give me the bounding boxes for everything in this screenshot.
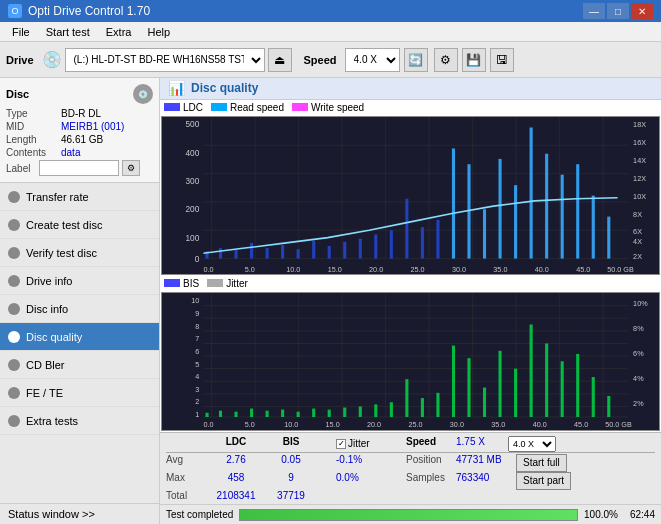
svg-text:4: 4 bbox=[195, 372, 199, 381]
ldc-legend-label: LDC bbox=[183, 102, 203, 113]
svg-rect-36 bbox=[514, 185, 517, 258]
max-bis: 9 bbox=[266, 472, 316, 490]
label-text: Label bbox=[6, 163, 36, 174]
svg-rect-91 bbox=[219, 411, 222, 417]
svg-rect-116 bbox=[607, 396, 610, 417]
svg-text:400: 400 bbox=[185, 147, 199, 157]
svg-text:500: 500 bbox=[185, 119, 199, 129]
nav-fe-te[interactable]: FE / TE bbox=[0, 379, 159, 407]
disc-panel-title: Disc bbox=[6, 88, 29, 100]
close-button[interactable]: ✕ bbox=[631, 3, 653, 19]
svg-rect-99 bbox=[343, 407, 346, 416]
nav-drive-info[interactable]: Drive info bbox=[0, 267, 159, 295]
avg-bis: 0.05 bbox=[266, 454, 316, 472]
nav-verify-test-disc-label: Verify test disc bbox=[26, 247, 97, 259]
refresh-button[interactable]: 🔄 bbox=[404, 48, 428, 72]
menu-extra[interactable]: Extra bbox=[98, 24, 140, 40]
progress-label: 100.0% bbox=[584, 509, 618, 520]
nav-disc-quality-label: Disc quality bbox=[26, 331, 82, 343]
max-ldc: 458 bbox=[206, 472, 266, 490]
start-part-button[interactable]: Start part bbox=[516, 472, 571, 490]
menu-file[interactable]: File bbox=[4, 24, 38, 40]
svg-text:0.0: 0.0 bbox=[203, 265, 213, 274]
svg-text:10.0: 10.0 bbox=[286, 265, 300, 274]
svg-text:10: 10 bbox=[191, 296, 199, 305]
minimize-button[interactable]: — bbox=[583, 3, 605, 19]
svg-rect-18 bbox=[234, 250, 237, 258]
svg-rect-22 bbox=[297, 249, 300, 258]
svg-rect-26 bbox=[359, 238, 362, 258]
total-bis: 37719 bbox=[266, 490, 316, 501]
nav-disc-info[interactable]: Disc info bbox=[0, 295, 159, 323]
transfer-rate-icon bbox=[8, 191, 20, 203]
nav-disc-quality[interactable]: Disc quality bbox=[0, 323, 159, 351]
speed-value: 1.75 X bbox=[456, 436, 485, 447]
type-label: Type bbox=[6, 108, 61, 119]
label-button[interactable]: ⚙ bbox=[122, 160, 140, 176]
svg-rect-115 bbox=[592, 377, 595, 417]
burn-button[interactable]: 💾 bbox=[462, 48, 486, 72]
svg-text:9: 9 bbox=[195, 309, 199, 318]
nav-cd-bler[interactable]: CD Bler bbox=[0, 351, 159, 379]
svg-rect-100 bbox=[359, 406, 362, 417]
svg-rect-107 bbox=[467, 358, 470, 417]
svg-rect-17 bbox=[219, 248, 222, 258]
svg-text:40.0: 40.0 bbox=[535, 265, 549, 274]
nav-create-test-disc[interactable]: Create test disc bbox=[0, 211, 159, 239]
svg-text:4X: 4X bbox=[633, 236, 642, 245]
status-window-label: Status window >> bbox=[8, 508, 95, 520]
jitter-checkbox[interactable]: ✓ bbox=[336, 439, 346, 449]
maximize-button[interactable]: □ bbox=[607, 3, 629, 19]
svg-text:30.0: 30.0 bbox=[450, 420, 464, 429]
save-button[interactable]: 🖫 bbox=[490, 48, 514, 72]
speed-select[interactable]: 4.0 X bbox=[345, 48, 400, 72]
svg-text:30.0: 30.0 bbox=[452, 265, 466, 274]
nav-fe-te-label: FE / TE bbox=[26, 387, 63, 399]
svg-rect-21 bbox=[281, 245, 284, 259]
svg-rect-24 bbox=[328, 246, 331, 259]
nav-transfer-rate[interactable]: Transfer rate bbox=[0, 183, 159, 211]
nav-verify-test-disc[interactable]: Verify test disc bbox=[0, 239, 159, 267]
toolbar: Drive 💿 (L:) HL-DT-ST BD-RE WH16NS58 TST… bbox=[0, 42, 661, 78]
svg-rect-94 bbox=[266, 411, 269, 417]
nav-cd-bler-label: CD Bler bbox=[26, 359, 65, 371]
verify-test-disc-icon bbox=[8, 247, 20, 259]
max-row: Max 458 9 0.0% Samples 763340 Start part bbox=[166, 472, 655, 490]
main-layout: Disc 💿 Type BD-R DL MID MEIRB1 (001) Len… bbox=[0, 78, 661, 524]
disc-quality-header: 📊 Disc quality bbox=[160, 78, 661, 100]
write-speed-legend-color bbox=[292, 103, 308, 111]
settings-button[interactable]: ⚙ bbox=[434, 48, 458, 72]
svg-text:0.0: 0.0 bbox=[203, 420, 213, 429]
svg-text:2: 2 bbox=[195, 397, 199, 406]
svg-text:25.0: 25.0 bbox=[411, 265, 425, 274]
status-window-button[interactable]: Status window >> bbox=[0, 503, 159, 524]
menu-help[interactable]: Help bbox=[139, 24, 178, 40]
type-value: BD-R DL bbox=[61, 108, 101, 119]
fe-te-icon bbox=[8, 387, 20, 399]
eject-button[interactable]: ⏏ bbox=[268, 48, 292, 72]
menu-start-test[interactable]: Start test bbox=[38, 24, 98, 40]
mid-value: MEIRB1 (001) bbox=[61, 121, 124, 132]
read-speed-legend-label: Read speed bbox=[230, 102, 284, 113]
svg-text:5.0: 5.0 bbox=[245, 420, 255, 429]
svg-text:35.0: 35.0 bbox=[493, 265, 507, 274]
speed-dropdown[interactable]: 4.0 X bbox=[508, 436, 556, 452]
drive-select[interactable]: (L:) HL-DT-ST BD-RE WH16NS58 TST4 bbox=[65, 48, 265, 72]
svg-text:200: 200 bbox=[185, 204, 199, 214]
drive-label: Drive bbox=[6, 54, 34, 66]
svg-text:20.0: 20.0 bbox=[369, 265, 383, 274]
contents-value: data bbox=[61, 147, 80, 158]
max-label: Max bbox=[166, 472, 206, 490]
contents-label: Contents bbox=[6, 147, 61, 158]
svg-text:6%: 6% bbox=[633, 349, 644, 358]
svg-rect-106 bbox=[452, 345, 455, 416]
svg-text:3: 3 bbox=[195, 385, 199, 394]
svg-rect-30 bbox=[421, 227, 424, 258]
svg-rect-103 bbox=[405, 379, 408, 417]
start-full-button[interactable]: Start full bbox=[516, 454, 567, 472]
menu-bar: File Start test Extra Help bbox=[0, 22, 661, 42]
label-input[interactable] bbox=[39, 160, 119, 176]
svg-text:35.0: 35.0 bbox=[491, 420, 505, 429]
svg-rect-38 bbox=[545, 153, 548, 258]
nav-extra-tests[interactable]: Extra tests bbox=[0, 407, 159, 435]
